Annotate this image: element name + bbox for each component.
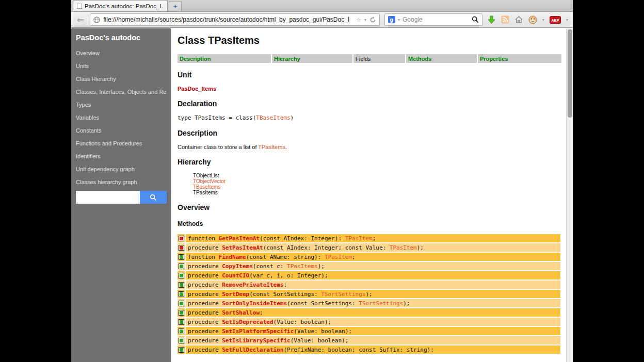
public-marker-icon — [179, 291, 184, 297]
type-link[interactable]: TPasItems — [287, 263, 318, 270]
sidebar-item[interactable]: Identifiers — [76, 152, 167, 160]
search-icon[interactable] — [472, 16, 479, 23]
visibility-cell — [178, 318, 185, 326]
code-text: function — [188, 254, 219, 260]
section-nav-link[interactable]: Methods — [408, 56, 431, 62]
code-text: (PrefixName: boolean; const Suffix: stri… — [283, 347, 433, 353]
sidebar-item[interactable]: Classes hierarchy graph — [76, 178, 167, 186]
visibility-cell — [178, 299, 185, 307]
download-icon[interactable] — [487, 15, 496, 24]
chevron-down-icon[interactable]: ▾ — [398, 18, 400, 22]
unit-heading: Unit — [178, 71, 566, 79]
identifier-link[interactable]: CopyItems — [222, 263, 253, 270]
sidebar-item[interactable]: Functions and Procedures — [76, 139, 167, 147]
section-nav-link[interactable]: Hierarchy — [274, 56, 300, 62]
adblock-icon[interactable]: ABP — [550, 16, 561, 24]
browser-tab[interactable]: PasDoc's autodoc: PasDoc_I... — [73, 0, 168, 11]
search-button[interactable] — [140, 191, 167, 204]
code-text: type TPasItems = class( — [178, 114, 256, 121]
identifier-link[interactable]: FindName — [219, 254, 246, 260]
code-text: procedure — [188, 347, 222, 353]
type-link[interactable]: TPasItems — [258, 144, 285, 150]
item-declaration: procedure SortShallow; — [186, 308, 560, 317]
item-row: procedure SetFullDeclaration(PrefixName:… — [178, 345, 560, 354]
visibility-cell — [178, 234, 185, 242]
identifier-link[interactable]: SetFullDeclaration — [222, 347, 283, 353]
identifier-link[interactable]: SetIsPlatformSpecific — [222, 328, 294, 335]
code-text: ; — [283, 282, 287, 288]
code-text: (const AIndex: Integer): — [260, 235, 345, 242]
item-row: procedure SortDeep(const SortSettings: T… — [178, 290, 560, 298]
identifier-link[interactable]: RemovePrivateItems — [222, 282, 283, 288]
item-declaration: function FindName(const AName: string): … — [186, 253, 560, 261]
chevron-down-icon[interactable]: ▾ — [566, 18, 568, 22]
page-viewport: PasDoc's autodoc OverviewUnitsClass Hier… — [71, 28, 573, 362]
google-favicon: g — [388, 16, 395, 23]
visibility-cell — [178, 243, 185, 252]
identifier-link[interactable]: SortOnlyInsideItems — [222, 300, 287, 307]
search-bar[interactable]: g ▾ Google — [384, 13, 482, 26]
type-link[interactable]: TPasItem — [345, 235, 373, 242]
public-marker-icon — [179, 347, 184, 353]
sidebar-item[interactable]: Units — [76, 62, 167, 70]
section-nav-link[interactable]: Properties — [480, 56, 508, 62]
sidebar-item[interactable]: Variables — [76, 113, 167, 122]
scrollbar-thumb[interactable] — [568, 29, 572, 118]
public-marker-icon — [179, 328, 184, 334]
sidebar-item[interactable]: Constants — [76, 126, 167, 135]
home-icon[interactable] — [514, 15, 523, 24]
identifier-link[interactable]: SortShallow — [222, 309, 260, 316]
identifier-link[interactable]: CountCIO — [222, 272, 249, 279]
chevron-down-icon[interactable]: ▾ — [364, 18, 366, 22]
identifier-link[interactable]: SortDeep — [222, 291, 249, 298]
bookmark-star-icon[interactable]: ☆ — [356, 17, 361, 23]
code-text: procedure — [188, 319, 222, 325]
globe-icon — [93, 17, 100, 23]
url-bar[interactable]: file:///home/michalis/sources/pasdoc/tru… — [90, 13, 380, 26]
item-row: procedure SortShallow; — [178, 308, 560, 317]
type-link[interactable]: TPasItem — [325, 254, 352, 260]
identifier-link[interactable]: SetIsLibrarySpecific — [222, 337, 290, 344]
type-link[interactable]: TBaseItems — [256, 114, 290, 121]
sidebar-item[interactable]: Unit dependency graph — [76, 165, 167, 173]
visibility-cell — [178, 308, 185, 317]
sidebar-item[interactable]: Overview — [76, 49, 167, 57]
identifier-link[interactable]: SetPasItemAt — [222, 244, 263, 251]
code-text: procedure — [188, 300, 222, 307]
hierarchy-label: TObjectList — [193, 173, 219, 178]
item-declaration: procedure SortDeep(const SortSettings: T… — [186, 290, 560, 298]
identifier-link[interactable]: GetPasItemAt — [219, 235, 260, 242]
back-icon[interactable]: ⇐ — [76, 15, 85, 24]
rss-icon[interactable] — [501, 15, 509, 24]
tab-bar: PasDoc's autodoc: PasDoc_I... + — [71, 0, 573, 12]
type-link[interactable]: TObjectVector — [193, 178, 226, 184]
new-tab-button[interactable]: + — [169, 1, 182, 11]
unit-link[interactable]: PasDoc_Items — [178, 86, 216, 92]
item-row: procedure SetIsLibrarySpecific(Value: bo… — [178, 336, 560, 344]
nav-cell: Methods — [406, 54, 477, 63]
reload-icon[interactable] — [369, 17, 376, 23]
search-input[interactable] — [76, 191, 140, 204]
type-link[interactable]: TSortSettings — [359, 300, 403, 307]
toolbar-icons: ▾ ABP ▾ — [487, 15, 568, 24]
item-row: procedure CountCIO(var c, i, o: Integer)… — [178, 271, 560, 279]
code-text: Container class to store a list of — [178, 144, 258, 150]
sidebar-item[interactable]: Class Hierarchy — [76, 75, 167, 83]
code-text: ; — [260, 309, 263, 316]
scrollbar[interactable] — [566, 28, 573, 362]
greasemonkey-icon[interactable] — [528, 15, 537, 24]
section-nav-link[interactable]: Description — [180, 56, 211, 62]
code-text: ); — [365, 291, 372, 298]
type-link[interactable]: TSortSettings — [321, 291, 365, 298]
chevron-down-icon[interactable]: ▾ — [542, 18, 544, 22]
identifier-link[interactable]: SetIsDeprecated — [222, 319, 273, 325]
item-row: procedure SortOnlyInsideItems(const Sort… — [178, 299, 560, 307]
search-engine-label[interactable]: Google — [403, 16, 469, 23]
url-text[interactable]: file:///home/michalis/sources/pasdoc/tru… — [103, 16, 353, 23]
type-link[interactable]: TPasItem — [390, 244, 417, 251]
code-text: (const SortSettings: — [287, 300, 359, 307]
sidebar-item[interactable]: Classes, Interfaces, Objects and Records — [76, 88, 167, 96]
sidebar-item[interactable]: Types — [76, 101, 167, 109]
type-link[interactable]: TBaseItems — [193, 184, 220, 190]
description-text: Container class to store a list of TPasI… — [178, 144, 566, 150]
